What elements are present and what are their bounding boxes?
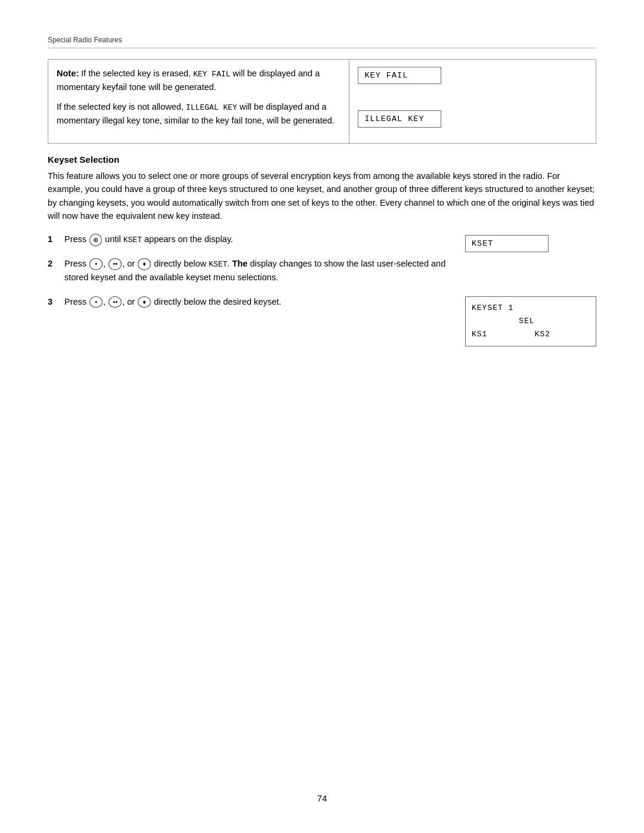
note-label: Note: bbox=[57, 69, 79, 78]
step-3-text: Press •, ••, or ♦ directly below the des… bbox=[64, 295, 447, 308]
step3-btn3[interactable]: ♦ bbox=[138, 296, 151, 308]
step-3: 3 Press •, ••, or ♦ directly below the d… bbox=[48, 295, 447, 308]
step-1-text: Press ⊕ until KSET appears on the displa… bbox=[64, 233, 447, 246]
step2-btn1[interactable]: • bbox=[89, 258, 103, 270]
step-1: 1 Press ⊕ until KSET appears on the disp… bbox=[48, 233, 447, 246]
step2-display-area: KEYSET 1 SEL KS1 KS2 bbox=[465, 296, 596, 346]
step-2-text: Press •, ••, or ♦ directly below KSET. T… bbox=[64, 257, 447, 284]
kset-display: KSET bbox=[465, 235, 549, 252]
steps-column: 1 Press ⊕ until KSET appears on the disp… bbox=[48, 233, 447, 319]
section-header: Special Radio Features bbox=[48, 36, 596, 48]
illegal-key-display: ILLEGAL KEY bbox=[358, 110, 441, 128]
keyset-description: This feature allows you to select one or… bbox=[48, 169, 596, 223]
step-2: 2 Press •, ••, or ♦ directly below KSET.… bbox=[48, 257, 447, 284]
page: Special Radio Features Note: If the sele… bbox=[0, 0, 644, 833]
key-fail-display: KEY FAIL bbox=[358, 67, 441, 84]
steps-layout: 1 Press ⊕ until KSET appears on the disp… bbox=[48, 233, 596, 355]
step-1-number: 1 bbox=[48, 233, 58, 246]
step-2-number: 2 bbox=[48, 257, 58, 284]
step1-display-area: KSET bbox=[465, 235, 596, 261]
page-number: 74 bbox=[317, 793, 327, 803]
note-text-line1: If the selected key is erased, KEY FAIL … bbox=[57, 69, 320, 92]
note-left-cell: Note: If the selected key is erased, KEY… bbox=[48, 60, 349, 144]
step2-btn2[interactable]: •• bbox=[109, 258, 122, 270]
note-table: Note: If the selected key is erased, KEY… bbox=[48, 59, 596, 144]
step1-nav-button[interactable]: ⊕ bbox=[89, 234, 102, 246]
note-text-line2: If the selected key is not allowed, ILLE… bbox=[57, 102, 335, 125]
step-3-number: 3 bbox=[48, 295, 58, 308]
step3-btn1[interactable]: • bbox=[89, 296, 103, 308]
keyset-section: Keyset Selection This feature allows you… bbox=[48, 154, 596, 355]
section-header-text: Special Radio Features bbox=[48, 36, 122, 44]
display-column: KSET KEYSET 1 SEL KS1 KS2 bbox=[465, 233, 596, 355]
step2-btn3[interactable]: ♦ bbox=[138, 258, 151, 270]
step3-btn2[interactable]: •• bbox=[109, 296, 122, 308]
keyset-title: Keyset Selection bbox=[48, 154, 596, 165]
note-right-cell: KEY FAIL ILLEGAL KEY bbox=[349, 60, 596, 144]
keyset1-display: KEYSET 1 SEL KS1 KS2 bbox=[465, 296, 596, 346]
